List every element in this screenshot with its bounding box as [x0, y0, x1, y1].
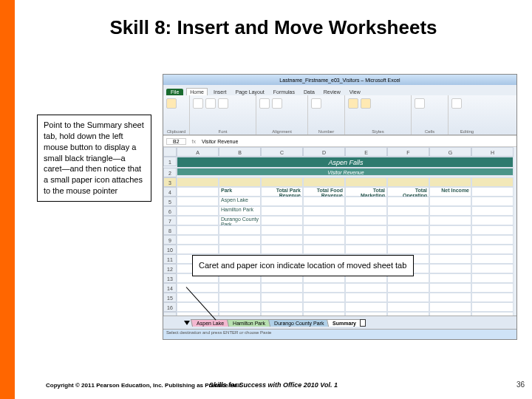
cell[interactable] [345, 302, 387, 312]
cell[interactable] [345, 235, 387, 245]
cell[interactable] [429, 283, 471, 293]
cell[interactable] [471, 273, 514, 283]
cell[interactable] [177, 283, 219, 293]
cell[interactable] [429, 293, 471, 302]
cell[interactable] [303, 293, 345, 302]
cell[interactable] [471, 293, 514, 302]
ribbon-tab-home[interactable]: Home [186, 88, 208, 95]
row-header[interactable]: 14 [163, 283, 177, 293]
row-header[interactable]: 6 [163, 206, 177, 216]
cell[interactable] [261, 283, 303, 293]
align-button[interactable] [259, 98, 270, 109]
cell[interactable] [345, 206, 387, 216]
cell[interactable]: Total Operating Costs [387, 187, 429, 197]
cells-button[interactable] [415, 98, 425, 109]
cell[interactable] [303, 245, 345, 254]
row-header[interactable]: 1 [163, 157, 177, 166]
cell[interactable] [471, 235, 514, 245]
cell[interactable] [261, 216, 303, 225]
fx-icon[interactable]: fx [192, 139, 196, 144]
banner-cell[interactable]: Aspen Falls [177, 157, 514, 168]
col-header[interactable]: D [303, 147, 345, 157]
cell[interactable] [471, 197, 514, 206]
cell[interactable]: Hamilton Park [219, 206, 261, 216]
cell[interactable] [471, 225, 514, 235]
row-header[interactable]: 7 [163, 216, 177, 225]
row-header[interactable]: 9 [163, 235, 177, 245]
cell[interactable] [387, 206, 429, 216]
row-header[interactable]: 2 [163, 168, 177, 177]
cell[interactable] [387, 177, 429, 187]
cell[interactable] [345, 216, 387, 225]
cell[interactable] [177, 225, 219, 235]
cell[interactable] [471, 216, 514, 225]
col-header[interactable]: F [387, 147, 429, 157]
cell[interactable] [303, 225, 345, 235]
paste-button[interactable] [166, 98, 177, 109]
cell[interactable] [261, 197, 303, 206]
cell[interactable]: Total Park Revenue [261, 187, 303, 197]
row-header[interactable]: 12 [163, 264, 177, 273]
cell[interactable] [219, 302, 261, 312]
cell[interactable] [387, 197, 429, 206]
col-header[interactable]: E [345, 147, 387, 157]
cell[interactable] [177, 216, 219, 225]
ribbon-tab-pagelayout[interactable]: Page Layout [232, 89, 267, 95]
cell[interactable] [303, 302, 345, 312]
cell[interactable] [219, 293, 261, 302]
cell[interactable] [429, 235, 471, 245]
font-button[interactable] [218, 98, 228, 109]
cell[interactable] [387, 216, 429, 225]
cell[interactable] [429, 254, 471, 264]
col-header[interactable]: G [429, 147, 471, 157]
col-header[interactable]: B [219, 147, 261, 157]
cell[interactable] [429, 245, 471, 254]
cell[interactable] [387, 283, 429, 293]
cell[interactable] [387, 245, 429, 254]
formula-bar[interactable]: Visitor Revenue [202, 139, 238, 144]
row-header[interactable]: 10 [163, 245, 177, 254]
cell[interactable] [303, 235, 345, 245]
cell[interactable] [429, 177, 471, 187]
cell[interactable] [177, 197, 219, 206]
cell[interactable] [303, 216, 345, 225]
col-header[interactable]: H [471, 147, 514, 157]
cell[interactable] [261, 293, 303, 302]
cell[interactable] [345, 177, 387, 187]
cell[interactable] [303, 197, 345, 206]
name-box[interactable]: B2 [166, 138, 186, 145]
ribbon-tab-review[interactable]: Review [321, 89, 344, 95]
cell[interactable] [471, 254, 514, 264]
cell[interactable] [471, 187, 514, 197]
row-header[interactable]: 15 [163, 293, 177, 302]
cell[interactable] [345, 293, 387, 302]
ribbon-tab-data[interactable]: Data [301, 89, 318, 95]
cell[interactable] [303, 177, 345, 187]
row-header[interactable]: 16 [163, 302, 177, 312]
align-button[interactable] [272, 98, 282, 109]
ribbon-tab-view[interactable]: View [347, 89, 364, 95]
cell[interactable] [387, 293, 429, 302]
cell[interactable] [345, 197, 387, 206]
cell[interactable] [345, 245, 387, 254]
cell[interactable] [219, 177, 261, 187]
cell[interactable] [261, 302, 303, 312]
row-header[interactable]: 11 [163, 254, 177, 264]
cell[interactable]: Durango County Park [219, 216, 261, 225]
cell[interactable] [429, 197, 471, 206]
editing-button[interactable] [451, 98, 462, 109]
cell[interactable] [471, 245, 514, 254]
cell[interactable] [303, 206, 345, 216]
cell[interactable] [429, 206, 471, 216]
cell[interactable] [387, 235, 429, 245]
cell[interactable] [471, 177, 514, 187]
cell[interactable]: Aspen Lake [219, 197, 261, 206]
row-header[interactable]: 5 [163, 197, 177, 206]
sheet-tab-summary[interactable]: Summary [327, 319, 362, 327]
col-header[interactable]: A [177, 147, 219, 157]
cell[interactable] [177, 177, 219, 187]
cell[interactable] [429, 273, 471, 283]
cell[interactable] [429, 225, 471, 235]
font-button[interactable] [205, 98, 216, 109]
row-header[interactable]: 3 [163, 177, 177, 187]
